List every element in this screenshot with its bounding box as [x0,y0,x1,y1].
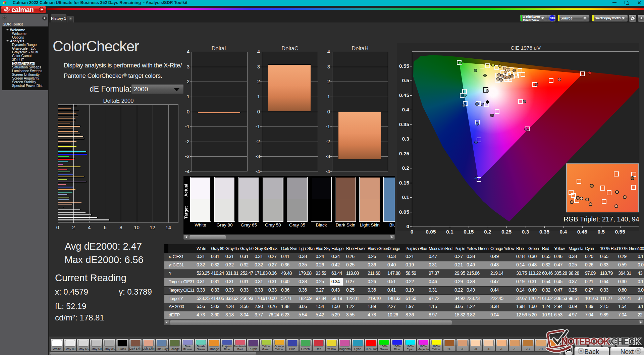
svg-text:NOTEBOOK: NOTEBOOK [561,337,610,347]
svg-text:CHECK: CHECK [611,337,641,347]
